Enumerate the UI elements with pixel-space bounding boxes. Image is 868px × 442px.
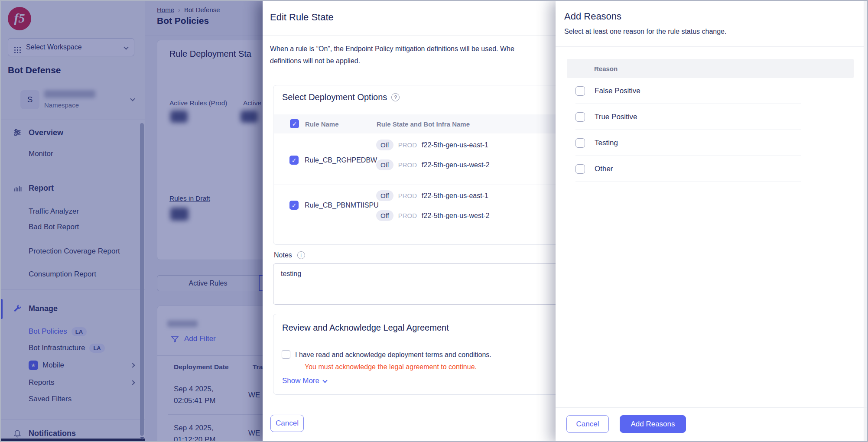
environment-label: PROD — [398, 141, 417, 149]
environment-label: PROD — [398, 192, 417, 199]
modal-description-line1: When a rule is “On”, the Endpoint Policy… — [270, 45, 514, 53]
notes-textarea[interactable]: testing — [273, 263, 556, 305]
reason-row-other[interactable]: Other — [575, 156, 801, 182]
info-icon[interactable]: i — [297, 251, 305, 259]
rule-state-badge: Off — [376, 190, 393, 201]
modal-cancel-button[interactable]: Cancel — [270, 415, 304, 432]
reason-label: Other — [595, 165, 613, 173]
rule-checkbox[interactable]: ✓ — [289, 201, 299, 210]
bot-infra-name: f22-5th-gen-us-west-2 — [422, 161, 490, 169]
modal-title: Edit Rule State — [270, 12, 334, 23]
help-icon[interactable]: ? — [391, 93, 400, 101]
panel-title: Add Reasons — [564, 11, 621, 22]
bot-infra-name: f22-5th-gen-us-east-1 — [422, 192, 488, 200]
legal-checkbox[interactable] — [282, 350, 290, 359]
reason-checkbox[interactable] — [575, 138, 585, 148]
check-icon: ✓ — [292, 157, 297, 164]
modal-description-line2: definitions will not be applied. — [270, 57, 360, 65]
legal-error-message: You must acknowledge the legal agreement… — [305, 363, 477, 371]
reason-checkbox[interactable] — [575, 86, 585, 96]
app-window: f5 Select Workspace Bot Defense S Namesp… — [0, 0, 868, 442]
deployment-options-heading: Select Deployment Options ? — [282, 92, 400, 102]
column-header-rule-state: Rule State and Bot Infra Name — [377, 120, 470, 128]
section-heading-text: Select Deployment Options — [282, 92, 387, 102]
reason-label: Testing — [595, 139, 618, 147]
rule-state-badge: Off — [376, 210, 393, 221]
reason-column-header: Reason — [567, 59, 854, 78]
add-reasons-submit-button[interactable]: Add Reasons — [620, 415, 686, 433]
notes-label-text: Notes — [274, 251, 292, 259]
deployment-table-header: ✓ Rule Name Rule State and Bot Infra Nam… — [274, 114, 556, 133]
environment-label: PROD — [398, 161, 417, 169]
legal-agreement-card: Review and Acknowledge Legal Agreement I… — [273, 314, 556, 395]
select-all-checkbox[interactable]: ✓ — [290, 119, 299, 128]
reason-label: True Positive — [595, 113, 637, 121]
show-more-label: Show More — [282, 377, 319, 385]
reason-checkbox[interactable] — [575, 112, 585, 122]
section-heading-text: Review and Acknowledge Legal Agreement — [282, 323, 449, 333]
notes-label: Notes i — [274, 251, 305, 259]
environment-label: PROD — [398, 212, 417, 219]
check-icon: ✓ — [292, 202, 297, 209]
check-icon: ✓ — [292, 120, 297, 127]
rule-checkbox[interactable]: ✓ — [289, 156, 299, 165]
column-header-reason: Reason — [594, 65, 618, 72]
panel-cancel-button[interactable]: Cancel — [566, 415, 609, 433]
reason-row-testing[interactable]: Testing — [575, 130, 801, 156]
panel-subtitle: Select at least one reason for the rule … — [564, 28, 726, 36]
column-header-rule-name: Rule Name — [305, 120, 339, 128]
panel-scrollbar[interactable] — [864, 1, 868, 442]
edit-rule-state-modal: Edit Rule State When a rule is “On”, the… — [263, 1, 556, 442]
legal-checkbox-label[interactable]: I have read and acknowledge deployment t… — [295, 351, 491, 359]
rule-name: Rule_CB_PBNMTIISPU — [305, 202, 379, 209]
reason-row-true-positive[interactable]: True Positive — [575, 104, 801, 130]
deployment-options-card: Select Deployment Options ? ✓ Rule Name … — [273, 85, 556, 245]
reason-label: False Positive — [595, 87, 640, 95]
rule-name: Rule_CB_RGHPEDBW... — [305, 156, 383, 164]
reason-row-false-positive[interactable]: False Positive — [575, 78, 801, 104]
legal-heading: Review and Acknowledge Legal Agreement — [282, 323, 449, 333]
rule-state-badge: Off — [376, 159, 393, 170]
bot-infra-name: f22-5th-gen-us-west-2 — [422, 212, 490, 220]
add-reasons-panel: Add Reasons Select at least one reason f… — [556, 1, 868, 442]
rule-state-badge: Off — [376, 140, 393, 150]
show-more-link[interactable]: Show More — [282, 377, 327, 385]
chevron-down-icon — [322, 378, 327, 383]
bot-infra-name: f22-5th-gen-us-east-1 — [422, 141, 488, 149]
reason-checkbox[interactable] — [575, 164, 585, 174]
